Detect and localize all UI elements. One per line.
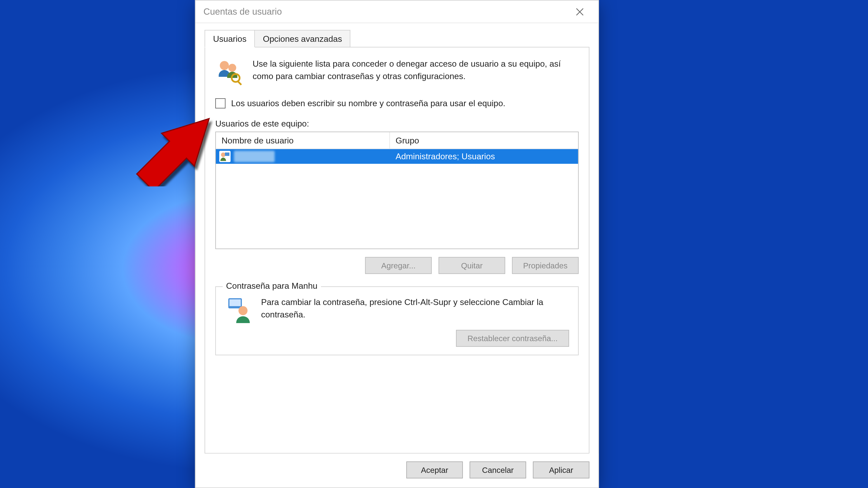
cancel-button[interactable]: Cancelar bbox=[470, 462, 526, 479]
list-header: Nombre de usuario Grupo bbox=[216, 132, 578, 149]
dialog-body: Usuarios Opciones avanzadas bbox=[195, 23, 598, 454]
list-body: Administradores; Usuarios bbox=[216, 149, 578, 248]
svg-point-3 bbox=[228, 64, 236, 72]
close-button[interactable] bbox=[567, 0, 593, 23]
cell-username bbox=[216, 149, 390, 164]
tab-panel-users: Use la siguiente lista para conceder o d… bbox=[205, 47, 590, 454]
svg-point-2 bbox=[220, 61, 229, 70]
require-login-checkbox[interactable] bbox=[215, 98, 225, 108]
remove-button[interactable]: Quitar bbox=[438, 257, 505, 274]
require-login-row: Los usuarios deben escribir su nombre y … bbox=[215, 97, 579, 109]
svg-point-10 bbox=[239, 306, 248, 315]
close-icon bbox=[576, 8, 584, 15]
table-row[interactable]: Administradores; Usuarios bbox=[216, 149, 578, 164]
user-accounts-dialog: Cuentas de usuario Usuarios Opciones ava… bbox=[195, 0, 599, 488]
tab-strip: Usuarios Opciones avanzadas bbox=[205, 30, 590, 48]
svg-rect-9 bbox=[229, 299, 241, 306]
require-login-label: Los usuarios deben escribir su nombre y … bbox=[231, 97, 505, 109]
dialog-footer: Aceptar Cancelar Aplicar bbox=[195, 454, 598, 488]
column-group[interactable]: Grupo bbox=[390, 132, 578, 149]
svg-point-6 bbox=[221, 152, 225, 157]
tab-advanced[interactable]: Opciones avanzadas bbox=[255, 30, 350, 48]
password-row: Para cambiar la contraseña, presione Ctr… bbox=[225, 296, 569, 324]
cell-group: Administradores; Usuarios bbox=[390, 149, 578, 164]
users-key-icon bbox=[215, 58, 245, 87]
ok-button[interactable]: Aceptar bbox=[406, 462, 463, 479]
username-redacted bbox=[234, 151, 275, 162]
add-button[interactable]: Agregar... bbox=[365, 257, 432, 274]
password-groupbox: Contraseña para Manhu Para cambiar la co… bbox=[215, 286, 579, 355]
password-group-title: Contraseña para Manhu bbox=[223, 281, 321, 290]
tab-users[interactable]: Usuarios bbox=[205, 30, 255, 48]
password-text: Para cambiar la contraseña, presione Ctr… bbox=[261, 296, 569, 324]
users-list[interactable]: Nombre de usuario Grupo bbox=[215, 131, 579, 249]
column-username[interactable]: Nombre de usuario bbox=[216, 132, 390, 149]
window-title: Cuentas de usuario bbox=[204, 6, 567, 17]
password-user-icon bbox=[225, 296, 253, 324]
reset-password-button[interactable]: Restablecer contraseña... bbox=[456, 330, 569, 347]
password-button-row: Restablecer contraseña... bbox=[225, 330, 569, 347]
apply-button[interactable]: Aplicar bbox=[533, 462, 590, 479]
users-list-label: Usuarios de este equipo: bbox=[215, 119, 579, 128]
titlebar: Cuentas de usuario bbox=[195, 1, 598, 23]
user-icon bbox=[219, 151, 230, 162]
properties-button[interactable]: Propiedades bbox=[512, 257, 579, 274]
intro-text: Use la siguiente lista para conceder o d… bbox=[253, 58, 579, 87]
svg-rect-7 bbox=[225, 152, 229, 156]
intro-row: Use la siguiente lista para conceder o d… bbox=[215, 58, 579, 87]
user-buttons-row: Agregar... Quitar Propiedades bbox=[215, 257, 579, 274]
